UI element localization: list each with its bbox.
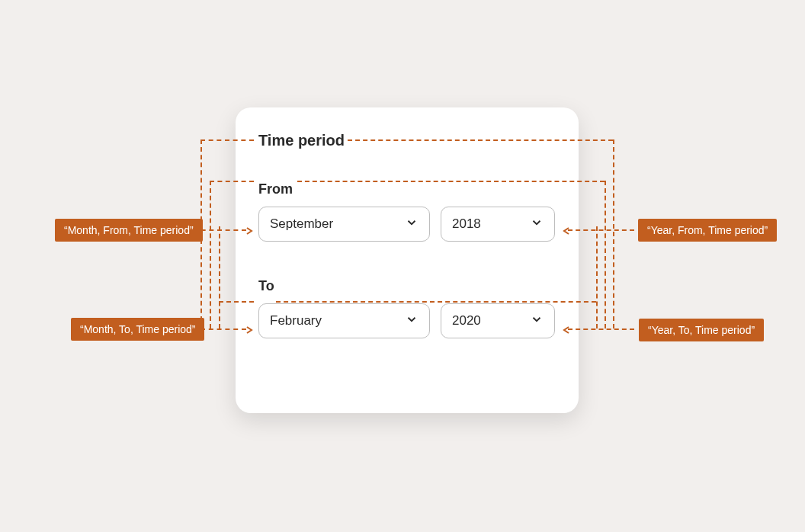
- to-year-select[interactable]: 2020: [441, 303, 555, 338]
- diagram-dashed-line: [348, 139, 613, 141]
- diagram-dashed-line: [568, 229, 634, 231]
- arrow-right-icon: [245, 225, 254, 234]
- arrow-left-icon: [562, 324, 571, 333]
- chevron-down-icon: [405, 216, 419, 232]
- diagram-dashed-line: [210, 181, 254, 182]
- annotation-year-from: “Year, From, Time period”: [638, 219, 777, 242]
- diagram-dashed-line: [193, 229, 246, 231]
- diagram-dashed-line: [605, 181, 606, 328]
- annotation-year-to: “Year, To, Time period”: [639, 319, 764, 341]
- from-label: From: [258, 181, 556, 197]
- diagram-dashed-line: [210, 181, 211, 328]
- from-month-select[interactable]: September: [258, 207, 430, 242]
- diagram-dashed-line: [219, 226, 220, 328]
- arrow-left-icon: [562, 225, 571, 234]
- chevron-down-icon: [530, 312, 544, 329]
- to-month-value: February: [270, 313, 322, 328]
- diagram-dashed-line: [276, 301, 596, 303]
- to-group: To February 2020: [258, 278, 556, 338]
- chevron-down-icon: [405, 312, 419, 329]
- chevron-down-icon: [530, 216, 544, 232]
- diagram-dashed-line: [219, 301, 254, 303]
- annotation-month-from: “Month, From, Time period”: [55, 219, 203, 242]
- diagram-dashed-line: [568, 328, 634, 330]
- to-month-select[interactable]: February: [258, 303, 430, 338]
- to-label: To: [258, 278, 556, 294]
- diagram-dashed-line: [297, 181, 605, 182]
- annotation-month-to: “Month, To, Time period”: [71, 318, 204, 341]
- diagram-dashed-line: [596, 226, 598, 328]
- from-year-select[interactable]: 2018: [441, 207, 555, 242]
- arrow-right-icon: [245, 324, 254, 333]
- from-group: From September 2018: [258, 181, 556, 242]
- from-year-value: 2018: [452, 216, 481, 232]
- time-period-card: Time period From September 2018 To Febru…: [236, 107, 579, 413]
- diagram-dashed-line: [200, 139, 202, 328]
- diagram-dashed-line: [200, 139, 254, 141]
- to-year-value: 2020: [452, 313, 481, 328]
- from-month-value: September: [270, 216, 333, 232]
- diagram-dashed-line: [613, 139, 614, 328]
- diagram-dashed-line: [200, 328, 246, 330]
